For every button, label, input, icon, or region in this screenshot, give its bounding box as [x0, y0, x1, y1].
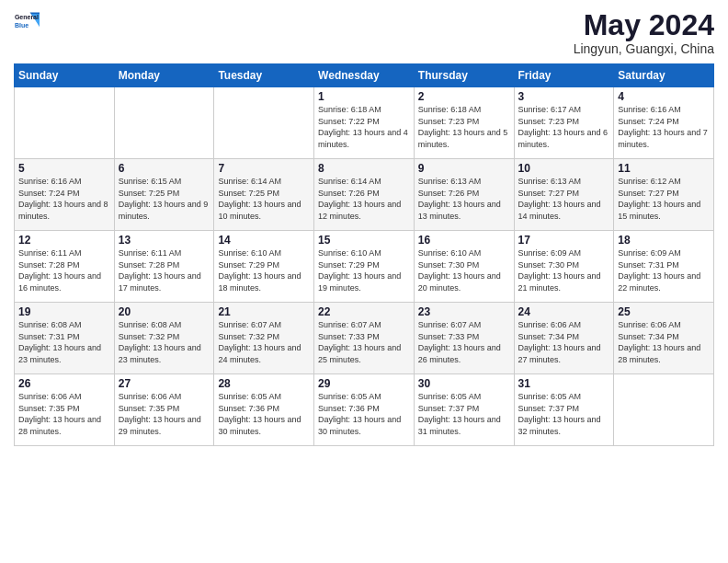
- day-number: 14: [218, 234, 310, 247]
- day-cell: 31Sunrise: 6:05 AMSunset: 7:37 PMDayligh…: [514, 374, 614, 446]
- weekday-header-row: Sunday Monday Tuesday Wednesday Thursday…: [15, 64, 714, 87]
- header-monday: Monday: [114, 64, 214, 87]
- day-info: Sunrise: 6:18 AMSunset: 7:23 PMDaylight:…: [418, 104, 510, 150]
- day-number: 5: [18, 162, 110, 175]
- day-number: 18: [618, 234, 710, 247]
- day-info: Sunrise: 6:10 AMSunset: 7:29 PMDaylight:…: [218, 247, 310, 293]
- header-friday: Friday: [514, 64, 614, 87]
- day-info: Sunrise: 6:05 AMSunset: 7:36 PMDaylight:…: [218, 391, 310, 437]
- calendar-table: Sunday Monday Tuesday Wednesday Thursday…: [14, 63, 714, 446]
- day-number: 27: [119, 377, 210, 390]
- day-info: Sunrise: 6:06 AMSunset: 7:34 PMDaylight:…: [518, 319, 610, 365]
- day-cell: 11Sunrise: 6:12 AMSunset: 7:27 PMDayligh…: [614, 159, 714, 231]
- day-number: 3: [518, 90, 610, 103]
- day-cell: 3Sunrise: 6:17 AMSunset: 7:23 PMDaylight…: [514, 87, 614, 159]
- title-block: May 2024 Lingyun, Guangxi, China: [574, 9, 714, 56]
- day-number: 4: [618, 90, 710, 103]
- day-info: Sunrise: 6:09 AMSunset: 7:30 PMDaylight:…: [518, 247, 610, 293]
- day-info: Sunrise: 6:14 AMSunset: 7:26 PMDaylight:…: [318, 176, 410, 222]
- day-cell: 22Sunrise: 6:07 AMSunset: 7:33 PMDayligh…: [314, 303, 415, 374]
- day-cell: 12Sunrise: 6:11 AMSunset: 7:28 PMDayligh…: [15, 231, 115, 303]
- day-info: Sunrise: 6:09 AMSunset: 7:31 PMDaylight:…: [618, 247, 710, 293]
- day-cell: 14Sunrise: 6:10 AMSunset: 7:29 PMDayligh…: [214, 231, 314, 303]
- header-saturday: Saturday: [614, 64, 714, 87]
- day-cell: 5Sunrise: 6:16 AMSunset: 7:24 PMDaylight…: [15, 159, 115, 231]
- day-number: 2: [418, 90, 510, 103]
- day-cell: 10Sunrise: 6:13 AMSunset: 7:27 PMDayligh…: [514, 159, 614, 231]
- day-number: 25: [618, 305, 710, 318]
- day-info: Sunrise: 6:05 AMSunset: 7:36 PMDaylight:…: [318, 391, 410, 437]
- day-number: 17: [518, 234, 610, 247]
- day-number: 21: [218, 305, 310, 318]
- day-cell: 30Sunrise: 6:05 AMSunset: 7:37 PMDayligh…: [414, 374, 514, 446]
- day-info: Sunrise: 6:16 AMSunset: 7:24 PMDaylight:…: [18, 176, 110, 222]
- day-cell: 19Sunrise: 6:08 AMSunset: 7:31 PMDayligh…: [15, 303, 115, 374]
- day-cell: 26Sunrise: 6:06 AMSunset: 7:35 PMDayligh…: [15, 374, 115, 446]
- day-info: Sunrise: 6:08 AMSunset: 7:31 PMDaylight:…: [18, 319, 110, 365]
- day-info: Sunrise: 6:06 AMSunset: 7:35 PMDaylight:…: [18, 391, 110, 437]
- day-info: Sunrise: 6:05 AMSunset: 7:37 PMDaylight:…: [418, 391, 510, 437]
- header-wednesday: Wednesday: [314, 64, 415, 87]
- header-tuesday: Tuesday: [214, 64, 314, 87]
- day-info: Sunrise: 6:17 AMSunset: 7:23 PMDaylight:…: [518, 104, 610, 150]
- week-row-2: 5Sunrise: 6:16 AMSunset: 7:24 PMDaylight…: [15, 159, 714, 231]
- day-info: Sunrise: 6:06 AMSunset: 7:35 PMDaylight:…: [119, 391, 210, 437]
- day-number: 7: [218, 162, 310, 175]
- day-number: 22: [318, 305, 410, 318]
- location: Lingyun, Guangxi, China: [574, 41, 714, 56]
- day-info: Sunrise: 6:10 AMSunset: 7:29 PMDaylight:…: [318, 247, 410, 293]
- day-number: 23: [418, 305, 510, 318]
- week-row-3: 12Sunrise: 6:11 AMSunset: 7:28 PMDayligh…: [15, 231, 714, 303]
- day-number: 11: [618, 162, 710, 175]
- day-number: 19: [18, 305, 110, 318]
- header-thursday: Thursday: [414, 64, 514, 87]
- day-cell: 18Sunrise: 6:09 AMSunset: 7:31 PMDayligh…: [614, 231, 714, 303]
- day-info: Sunrise: 6:07 AMSunset: 7:33 PMDaylight:…: [318, 319, 410, 365]
- day-cell: 28Sunrise: 6:05 AMSunset: 7:36 PMDayligh…: [214, 374, 314, 446]
- day-number: 12: [18, 234, 110, 247]
- day-number: 30: [418, 377, 510, 390]
- svg-text:Blue: Blue: [15, 22, 28, 29]
- day-cell: 20Sunrise: 6:08 AMSunset: 7:32 PMDayligh…: [114, 303, 214, 374]
- day-info: Sunrise: 6:07 AMSunset: 7:33 PMDaylight:…: [418, 319, 510, 365]
- day-cell: 29Sunrise: 6:05 AMSunset: 7:36 PMDayligh…: [314, 374, 415, 446]
- day-cell: 9Sunrise: 6:13 AMSunset: 7:26 PMDaylight…: [414, 159, 514, 231]
- day-info: Sunrise: 6:12 AMSunset: 7:27 PMDaylight:…: [618, 176, 710, 222]
- day-info: Sunrise: 6:16 AMSunset: 7:24 PMDaylight:…: [618, 104, 710, 150]
- day-number: 26: [18, 377, 110, 390]
- day-info: Sunrise: 6:06 AMSunset: 7:34 PMDaylight:…: [618, 319, 710, 365]
- calendar-page: General Blue May 2024 Lingyun, Guangxi, …: [0, 0, 728, 563]
- day-number: 16: [418, 234, 510, 247]
- header: General Blue May 2024 Lingyun, Guangxi, …: [14, 9, 714, 56]
- day-number: 29: [318, 377, 410, 390]
- day-number: 24: [518, 305, 610, 318]
- day-cell: 8Sunrise: 6:14 AMSunset: 7:26 PMDaylight…: [314, 159, 415, 231]
- day-cell: 15Sunrise: 6:10 AMSunset: 7:29 PMDayligh…: [314, 231, 415, 303]
- day-info: Sunrise: 6:15 AMSunset: 7:25 PMDaylight:…: [119, 176, 210, 222]
- month-title: May 2024: [574, 9, 714, 41]
- day-cell: 4Sunrise: 6:16 AMSunset: 7:24 PMDaylight…: [614, 87, 714, 159]
- day-info: Sunrise: 6:05 AMSunset: 7:37 PMDaylight:…: [518, 391, 610, 437]
- day-cell: 24Sunrise: 6:06 AMSunset: 7:34 PMDayligh…: [514, 303, 614, 374]
- day-cell: [15, 87, 115, 159]
- day-number: 28: [218, 377, 310, 390]
- day-cell: 1Sunrise: 6:18 AMSunset: 7:22 PMDaylight…: [314, 87, 415, 159]
- day-number: 8: [318, 162, 410, 175]
- day-cell: 13Sunrise: 6:11 AMSunset: 7:28 PMDayligh…: [114, 231, 214, 303]
- day-cell: 17Sunrise: 6:09 AMSunset: 7:30 PMDayligh…: [514, 231, 614, 303]
- day-cell: 7Sunrise: 6:14 AMSunset: 7:25 PMDaylight…: [214, 159, 314, 231]
- day-info: Sunrise: 6:11 AMSunset: 7:28 PMDaylight:…: [119, 247, 210, 293]
- logo-icon: General Blue: [14, 9, 40, 35]
- day-info: Sunrise: 6:14 AMSunset: 7:25 PMDaylight:…: [218, 176, 310, 222]
- day-info: Sunrise: 6:08 AMSunset: 7:32 PMDaylight:…: [119, 319, 210, 365]
- day-cell: 27Sunrise: 6:06 AMSunset: 7:35 PMDayligh…: [114, 374, 214, 446]
- day-number: 1: [318, 90, 410, 103]
- day-cell: 2Sunrise: 6:18 AMSunset: 7:23 PMDaylight…: [414, 87, 514, 159]
- day-info: Sunrise: 6:18 AMSunset: 7:22 PMDaylight:…: [318, 104, 410, 150]
- header-sunday: Sunday: [15, 64, 115, 87]
- day-number: 6: [119, 162, 210, 175]
- day-cell: 6Sunrise: 6:15 AMSunset: 7:25 PMDaylight…: [114, 159, 214, 231]
- day-number: 13: [119, 234, 210, 247]
- day-cell: 23Sunrise: 6:07 AMSunset: 7:33 PMDayligh…: [414, 303, 514, 374]
- day-info: Sunrise: 6:13 AMSunset: 7:26 PMDaylight:…: [418, 176, 510, 222]
